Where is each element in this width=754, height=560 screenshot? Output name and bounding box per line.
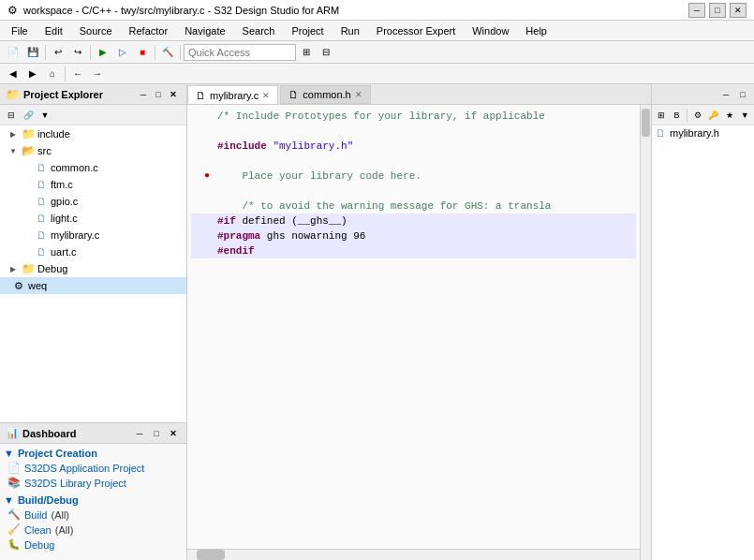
- tab-mylibrary-c[interactable]: 🗋 mylibrary.c ✕: [187, 85, 278, 104]
- outline-item-mylibrary-h[interactable]: 🗋 mylibrary.h: [652, 125, 754, 140]
- tree-item-weq[interactable]: ⚙ weq: [0, 277, 186, 294]
- dashboard-title: Dashboard: [22, 428, 76, 439]
- mylibrary-c-icon: 🗋: [34, 228, 49, 243]
- outline-btn-5[interactable]: ★: [722, 108, 737, 123]
- menu-processor-expert[interactable]: Processor Expert: [369, 21, 463, 40]
- secondary-toolbar: ◀ ▶ ⌂ ← →: [0, 64, 754, 84]
- project-creation-title: ▼ Project Creation: [4, 448, 183, 459]
- editor-hscrollbar[interactable]: [187, 549, 640, 560]
- menu-run[interactable]: Run: [333, 21, 367, 40]
- debug-toggle[interactable]: ▶: [7, 265, 19, 273]
- outline-sep: [687, 109, 687, 122]
- dashboard-minimize[interactable]: ─: [132, 426, 147, 441]
- view-menu-button[interactable]: ▼: [37, 108, 52, 123]
- redo-button[interactable]: ↪: [68, 43, 87, 62]
- debug-link[interactable]: 🐛 Debug: [4, 538, 183, 553]
- gpio-c-icon: 🗋: [34, 194, 49, 209]
- pe-minimize-button[interactable]: ─: [136, 87, 151, 102]
- quick-access-input[interactable]: [184, 44, 296, 61]
- s32ds-lib-project-link[interactable]: 📚 S32DS Library Project: [4, 476, 183, 491]
- menu-file[interactable]: File: [4, 21, 36, 40]
- build-link[interactable]: 🔨 Build (All): [4, 508, 183, 523]
- pe-maximize-button[interactable]: □: [151, 87, 166, 102]
- outline-item-label: mylibrary.h: [670, 127, 719, 139]
- clean-link[interactable]: 🧹 Clean (All): [4, 523, 183, 538]
- run-button[interactable]: ▷: [113, 43, 132, 62]
- outline-btn-6[interactable]: ▼: [737, 108, 752, 123]
- save-button[interactable]: 💾: [23, 43, 42, 62]
- menu-refactor[interactable]: Refactor: [122, 21, 176, 40]
- common-c-label: common.c: [51, 162, 98, 173]
- tree-item-debug[interactable]: ▶ 📁 Debug: [0, 260, 186, 277]
- menu-search[interactable]: Search: [235, 21, 283, 40]
- tree-item-src[interactable]: ▼ 📂 src: [0, 142, 186, 159]
- lib-project-icon: 📚: [7, 477, 21, 490]
- main-toolbar: 📄 💾 ↩ ↪ ▶ ▷ ■ 🔨 ⊞ ⊟: [0, 41, 754, 64]
- perspectives-button[interactable]: ⊞: [297, 43, 316, 62]
- menu-edit[interactable]: Edit: [37, 21, 70, 40]
- tab-common-h[interactable]: 🗋 common.h ✕: [280, 85, 370, 104]
- src-toggle[interactable]: ▼: [7, 147, 19, 155]
- dashboard-close[interactable]: ✕: [166, 426, 181, 441]
- maximize-button[interactable]: □: [709, 3, 726, 18]
- tab-mylibrary-c-close[interactable]: ✕: [262, 91, 270, 100]
- debug-button[interactable]: ▶: [94, 43, 112, 62]
- close-button[interactable]: ✕: [730, 3, 747, 18]
- editor-vscrollbar[interactable]: [640, 105, 651, 560]
- stop-button[interactable]: ■: [133, 43, 152, 62]
- menu-window[interactable]: Window: [465, 21, 516, 40]
- outline-btn-2[interactable]: B: [670, 108, 685, 123]
- main-layout: 📁 Project Explorer ─ □ ✕ ⊟ 🔗 ▼ ▶ 📁 inclu…: [0, 84, 754, 560]
- code-line-2: [191, 124, 636, 139]
- outline-btn-4[interactable]: 🔑: [706, 108, 721, 123]
- editor-content[interactable]: /* Include Prototypes for your library, …: [187, 105, 640, 549]
- outline-btn-1[interactable]: ⊞: [654, 108, 669, 123]
- app-project-icon: 📄: [7, 462, 21, 475]
- toolbar-sep-1: [45, 45, 46, 60]
- outline-panel: ─ □ ⊞ B ⚙ 🔑 ★ ▼ 🗋 mylibrary.h: [651, 84, 754, 560]
- build-button[interactable]: 🔨: [158, 43, 177, 62]
- outline-minimize[interactable]: ─: [718, 87, 733, 102]
- home-button[interactable]: ⌂: [43, 65, 62, 83]
- collapse-all-button[interactable]: ⊟: [4, 108, 19, 123]
- weq-project-icon: ⚙: [11, 278, 26, 293]
- next-edit-button[interactable]: →: [88, 65, 107, 83]
- tree-item-common-c[interactable]: 🗋 common.c: [0, 159, 186, 176]
- gutter-1: [191, 109, 210, 124]
- forward-button[interactable]: ▶: [23, 65, 42, 83]
- outline-btn-3[interactable]: ⚙: [690, 108, 705, 123]
- tree-item-mylibrary-c[interactable]: 🗋 mylibrary.c: [0, 227, 186, 243]
- mylibrary-c-label: mylibrary.c: [51, 229, 99, 241]
- dashboard-panel: 📊 Dashboard ─ □ ✕ ▼ Project Creation 📄: [0, 422, 186, 560]
- project-creation-triangle[interactable]: ▼: [4, 448, 14, 459]
- dashboard-maximize[interactable]: □: [149, 426, 164, 441]
- open-perspective-button[interactable]: ⊟: [317, 43, 335, 62]
- tree-item-uart-c[interactable]: 🗋 uart.c: [0, 243, 186, 260]
- tree-item-light-c[interactable]: 🗋 light.c: [0, 210, 186, 227]
- code-line-9: #pragma ghs nowarning 96: [191, 228, 636, 243]
- gutter-7: [191, 199, 210, 214]
- common-c-icon: 🗋: [34, 160, 49, 175]
- s32ds-app-project-link[interactable]: 📄 S32DS Application Project: [4, 461, 183, 476]
- back-button[interactable]: ◀: [4, 65, 22, 83]
- new-button[interactable]: 📄: [4, 43, 22, 62]
- include-toggle[interactable]: ▶: [7, 130, 19, 139]
- tab-common-h-close[interactable]: ✕: [355, 90, 362, 99]
- editor-main: /* Include Prototypes for your library, …: [187, 105, 640, 560]
- menu-project[interactable]: Project: [284, 21, 331, 40]
- outline-toolbar: ⊞ B ⚙ 🔑 ★ ▼: [652, 105, 754, 125]
- link-editor-button[interactable]: 🔗: [21, 108, 36, 123]
- minimize-button[interactable]: ─: [688, 3, 705, 18]
- undo-button[interactable]: ↩: [49, 43, 67, 62]
- menu-help[interactable]: Help: [518, 21, 554, 40]
- menu-source[interactable]: Source: [72, 21, 120, 40]
- pe-close-button[interactable]: ✕: [166, 87, 181, 102]
- outline-maximize[interactable]: □: [735, 87, 750, 102]
- prev-edit-button[interactable]: ←: [68, 65, 87, 83]
- tree-item-ftm-c[interactable]: 🗋 ftm.c: [0, 176, 186, 193]
- build-all-label: (All): [51, 509, 69, 521]
- tree-item-gpio-c[interactable]: 🗋 gpio.c: [0, 193, 186, 210]
- build-debug-triangle[interactable]: ▼: [4, 494, 14, 506]
- tree-item-include[interactable]: ▶ 📁 include: [0, 125, 186, 142]
- menu-navigate[interactable]: Navigate: [177, 21, 232, 40]
